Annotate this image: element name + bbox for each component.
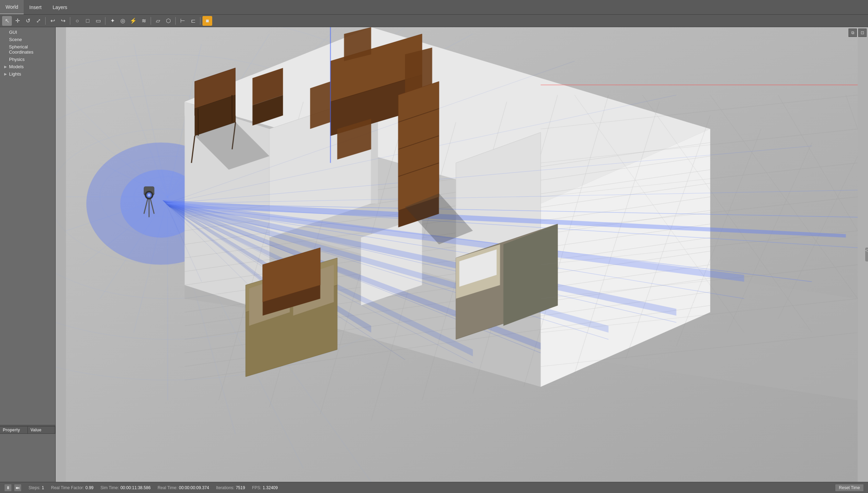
sep4 [151, 17, 151, 25]
tool-translate[interactable]: ✛ [13, 16, 22, 26]
play-controls: ⏸ ⏭ [4, 484, 22, 492]
models-arrow: ▶ [4, 65, 8, 69]
reset-time-button[interactable]: Reset Time [835, 484, 864, 492]
sidebar-item-gui[interactable]: GUI [0, 29, 55, 36]
real-time-value: 00:00:00:09.374 [179, 485, 209, 490]
sidebar-item-spherical-label: Spherical Coordinates [9, 44, 53, 55]
sidebar-item-lights-label: Lights [9, 71, 21, 77]
viewport[interactable]: ⧉ ⊡ ◁ [56, 27, 868, 482]
sidebar-item-physics-label: Physics [9, 57, 25, 62]
sidebar-item-lights[interactable]: ▶ Lights [0, 70, 55, 78]
menu-bar: World Insert Layers [0, 0, 868, 15]
realtime-factor-item: Real Time Factor: 0.99 [51, 485, 94, 490]
viewport-resize-btn[interactable]: ⧉ [849, 29, 857, 37]
svg-point-94 [148, 194, 151, 197]
fps-value: 1.32409 [263, 485, 278, 490]
iterations-value: 7519 [236, 485, 245, 490]
tool-select[interactable]: ↖ [2, 16, 12, 26]
realtime-factor-label: Real Time Factor: [51, 485, 84, 490]
sep5 [175, 17, 176, 25]
tool-scale[interactable]: ⤢ [33, 16, 43, 26]
step-forward-button[interactable]: ⏭ [14, 484, 22, 492]
tool-shape2[interactable]: ⬡ [164, 16, 173, 26]
sim-time-value: 00:00:11:38.586 [120, 485, 151, 490]
scene-svg [56, 27, 868, 482]
sim-time-label: Sim Time: [101, 485, 119, 490]
pause-button[interactable]: ⏸ [4, 484, 12, 492]
value-column-header: Value [28, 427, 56, 433]
menu-insert[interactable]: Insert [24, 0, 47, 14]
main-area: GUI Scene Spherical Coordinates Physics … [0, 27, 868, 482]
tool-active[interactable]: ■ [202, 16, 212, 26]
sidebar-tree: GUI Scene Spherical Coordinates Physics … [0, 27, 55, 425]
tool-square[interactable]: □ [83, 16, 93, 26]
iterations-label: Iterations: [216, 485, 234, 490]
tool-undo[interactable]: ↩ [48, 16, 57, 26]
tool-align[interactable]: ⊢ [178, 16, 188, 26]
sidebar: GUI Scene Spherical Coordinates Physics … [0, 27, 56, 482]
sim-time-item: Sim Time: 00:00:11:38.586 [101, 485, 151, 490]
lights-arrow: ▶ [4, 72, 8, 76]
tool-shape1[interactable]: ▱ [153, 16, 163, 26]
tool-plugin[interactable]: ⚡ [128, 16, 138, 26]
property-column-header: Property [0, 427, 28, 433]
sep3 [105, 17, 105, 25]
fps-item: FPS: 1.32409 [252, 485, 278, 490]
tool-camera[interactable]: ◎ [118, 16, 128, 26]
sep6 [200, 17, 200, 25]
svg-marker-105 [310, 81, 330, 129]
tool-light[interactable]: ✦ [107, 16, 117, 26]
menu-layers[interactable]: Layers [47, 0, 73, 14]
sidebar-properties: Property Value [0, 426, 55, 482]
tool-redo[interactable]: ↪ [58, 16, 68, 26]
steps-value: 1 [42, 485, 44, 490]
viewport-controls: ⧉ ⊡ [849, 29, 867, 37]
iterations-item: Iterations: 7519 [216, 485, 245, 490]
status-bar: ⏸ ⏭ Steps: 1 Real Time Factor: 0.99 Sim … [0, 482, 868, 493]
real-time-label: Real Time: [158, 485, 177, 490]
steps-item: Steps: 1 [29, 485, 44, 490]
properties-header: Property Value [0, 427, 55, 434]
sidebar-item-spherical[interactable]: Spherical Coordinates [0, 43, 55, 56]
viewport-fullscreen-btn[interactable]: ⊡ [858, 29, 867, 37]
realtime-factor-value: 0.99 [85, 485, 93, 490]
sidebar-item-models-label: Models [9, 64, 24, 69]
sidebar-item-models[interactable]: ▶ Models [0, 63, 55, 70]
sidebar-item-scene[interactable]: Scene [0, 36, 55, 43]
tool-rotate[interactable]: ↺ [23, 16, 33, 26]
sep1 [45, 17, 46, 25]
tool-snap[interactable]: ⊏ [188, 16, 198, 26]
tool-box[interactable]: ▭ [93, 16, 103, 26]
real-time-item: Real Time: 00:00:00:09.374 [158, 485, 209, 490]
menu-world[interactable]: World [0, 0, 24, 14]
svg-marker-109 [398, 81, 439, 210]
viewport-right-handle[interactable]: ◁ [865, 248, 868, 261]
sep2 [70, 17, 70, 25]
sidebar-item-gui-label: GUI [9, 30, 17, 35]
toolbar: ↖ ✛ ↺ ⤢ ↩ ↪ ○ □ ▭ ✦ ◎ ⚡ ≋ ▱ ⬡ ⊢ ⊏ ■ [0, 15, 868, 27]
steps-label: Steps: [29, 485, 40, 490]
sidebar-item-scene-label: Scene [9, 37, 22, 42]
fps-label: FPS: [252, 485, 261, 490]
sidebar-item-physics[interactable]: Physics [0, 56, 55, 63]
tool-wave[interactable]: ≋ [139, 16, 149, 26]
tool-circle[interactable]: ○ [72, 16, 82, 26]
